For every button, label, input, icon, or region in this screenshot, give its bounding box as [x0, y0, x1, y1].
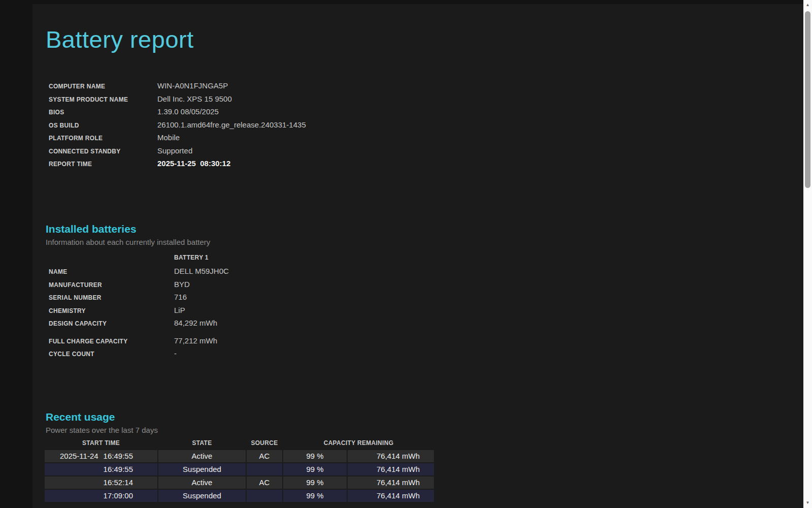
start-time-cell: 2025-11-24 16:49:55	[45, 450, 157, 462]
capacity-mwh-cell: 76,414 mWh	[348, 477, 434, 489]
capacity-remaining-column-header: CAPACITY REMAINING	[283, 439, 434, 447]
system-info-row: REPORT TIME 2025-11-25 08:30:12	[49, 159, 803, 172]
start-time-cell: 17:09:00	[45, 490, 157, 502]
connected-standby-value: Supported	[157, 146, 192, 155]
system-info-row: BIOS 1.39.0 08/05/2025	[49, 107, 803, 120]
info-label: CHEMISTRY	[49, 307, 174, 314]
system-info-row: OS BUILD 26100.1.amd64fre.ge_release.240…	[49, 120, 803, 134]
info-label: SYSTEM PRODUCT NAME	[49, 96, 157, 103]
start-time: 16:49:55	[104, 465, 133, 473]
capacity-percent-cell: 99 %	[283, 450, 347, 462]
info-label: REPORT TIME	[49, 161, 157, 168]
installed-batteries-subtitle: Information about each currently install…	[46, 237, 803, 247]
battery-info-row: FULL CHARGE CAPACITY 77,212 mWh	[49, 336, 803, 350]
full-charge-capacity-value: 77,212 mWh	[174, 336, 217, 345]
scroll-down-icon[interactable]: ▼	[803, 500, 812, 505]
installed-batteries-section: Installed batteries Information about ea…	[46, 222, 803, 362]
start-time: 17:09:00	[104, 491, 133, 500]
info-label: CYCLE COUNT	[49, 351, 174, 358]
design-capacity-value: 84,292 mWh	[174, 319, 217, 327]
recent-usage-subtitle: Power states over the last 7 days	[46, 425, 803, 435]
state-cell: Active	[158, 450, 246, 462]
info-label: OS BUILD	[49, 122, 157, 129]
scrollbar-thumb[interactable]	[805, 11, 810, 188]
cycle-count-value: -	[174, 349, 177, 358]
vertical-scrollbar[interactable]: ▲ ▼	[803, 0, 812, 508]
source-cell: AC	[247, 450, 282, 462]
source-cell: AC	[247, 477, 282, 489]
serial-number-value: 716	[174, 293, 187, 301]
start-time: 16:49:55	[104, 452, 133, 460]
capacity-mwh-cell: 76,414 mWh	[348, 490, 434, 502]
info-label: FULL CHARGE CAPACITY	[49, 338, 174, 345]
installed-batteries-heading: Installed batteries	[46, 222, 803, 236]
battery-info-row: MANUFACTURER BYD	[49, 280, 803, 293]
start-time-cell: 16:52:14	[45, 477, 157, 489]
info-label: PLATFORM ROLE	[49, 135, 157, 142]
start-time: 16:52:14	[104, 478, 133, 487]
source-column-header: SOURCE	[247, 439, 282, 447]
system-info-row: PLATFORM ROLE Mobile	[49, 133, 803, 146]
battery-1-column-header: BATTERY 1	[174, 254, 209, 261]
recent-usage-table: START TIME STATE SOURCE CAPACITY REMAINI…	[45, 439, 435, 502]
chemistry-value: LiP	[174, 306, 185, 314]
battery-report-page: Battery report COMPUTER NAME WIN-A0N1FJN…	[32, 4, 803, 508]
battery-name-value: DELL M59JH0C	[174, 267, 229, 275]
capacity-mwh-cell: 76,414 mWh	[348, 463, 434, 475]
recent-usage-section: Recent usage Power states over the last …	[46, 410, 803, 502]
report-content: Battery report COMPUTER NAME WIN-A0N1FJN…	[32, 25, 803, 502]
info-label: NAME	[49, 268, 174, 275]
state-cell: Active	[158, 477, 246, 489]
battery-info-row: SERIAL NUMBER 716	[49, 293, 803, 306]
manufacturer-value: BYD	[174, 280, 190, 289]
source-cell	[247, 490, 282, 502]
recent-usage-heading: Recent usage	[46, 410, 803, 424]
os-build-value: 26100.1.amd64fre.ge_release.240331-1435	[157, 120, 306, 129]
platform-role-value: Mobile	[157, 133, 180, 142]
info-label: BIOS	[49, 109, 157, 116]
source-cell	[247, 463, 282, 475]
state-cell: Suspended	[158, 490, 246, 502]
state-cell: Suspended	[158, 463, 246, 475]
info-label: DESIGN CAPACITY	[49, 320, 174, 327]
system-info-row: SYSTEM PRODUCT NAME Dell Inc. XPS 15 950…	[49, 94, 803, 108]
scroll-up-icon[interactable]: ▲	[803, 3, 812, 8]
bios-value: 1.39.0 08/05/2025	[157, 107, 219, 116]
usage-table-body: 2025-11-24 16:49:55 Active AC 99 % 76,41…	[45, 450, 435, 502]
capacity-percent-cell: 99 %	[283, 477, 347, 489]
info-label: SERIAL NUMBER	[49, 294, 174, 301]
state-column-header: STATE	[158, 439, 246, 447]
system-product-name-value: Dell Inc. XPS 15 9500	[157, 94, 232, 103]
battery-info-row: NAME DELL M59JH0C	[49, 267, 803, 280]
battery-info-row: CHEMISTRY LiP	[49, 306, 803, 319]
info-label: COMPUTER NAME	[49, 83, 157, 90]
capacity-percent-cell: 99 %	[283, 463, 347, 475]
start-date: 2025-11-24	[60, 452, 98, 460]
battery-column-header-row: BATTERY 1	[49, 254, 803, 267]
computer-name-value: WIN-A0N1FJNGA5P	[157, 81, 228, 90]
page-title: Battery report	[46, 25, 803, 54]
system-info-table: COMPUTER NAME WIN-A0N1FJNGA5P SYSTEM PRO…	[49, 81, 803, 172]
info-label: MANUFACTURER	[49, 281, 174, 289]
system-info-row: COMPUTER NAME WIN-A0N1FJNGA5P	[49, 81, 803, 94]
battery-info-row: CYCLE COUNT -	[49, 349, 803, 362]
battery-info-row: DESIGN CAPACITY 84,292 mWh	[49, 319, 803, 332]
start-time-column-header: START TIME	[45, 439, 157, 447]
capacity-percent-cell: 99 %	[283, 490, 347, 502]
usage-table-header-row: START TIME STATE SOURCE CAPACITY REMAINI…	[45, 439, 435, 450]
capacity-mwh-cell: 76,414 mWh	[348, 450, 434, 462]
system-info-row: CONNECTED STANDBY Supported	[49, 146, 803, 160]
report-time-value: 2025-11-25 08:30:12	[157, 159, 230, 168]
info-label: CONNECTED STANDBY	[49, 148, 157, 155]
start-time-cell: 16:49:55	[45, 463, 157, 475]
battery-info-table: BATTERY 1 NAME DELL M59JH0C MANUFACTURER…	[49, 254, 803, 362]
